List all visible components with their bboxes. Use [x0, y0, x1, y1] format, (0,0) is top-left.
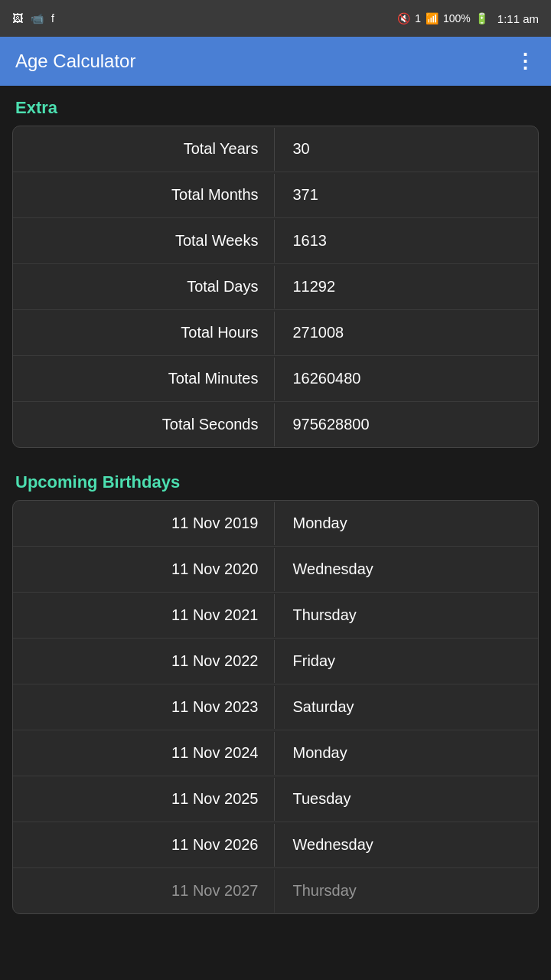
birthday-date-0: 11 Nov 2019 — [13, 501, 274, 546]
total-weeks-label: Total Weeks — [13, 218, 274, 263]
total-hours-label: Total Hours — [13, 310, 274, 355]
list-item: 11 Nov 2027 Thursday — [13, 868, 538, 913]
table-row: Total Days 11292 — [13, 264, 538, 310]
birthday-date-2: 11 Nov 2021 — [13, 593, 274, 638]
total-seconds-value: 975628800 — [275, 402, 539, 447]
table-row: Total Minutes 16260480 — [13, 356, 538, 402]
birthday-date-6: 11 Nov 2025 — [13, 776, 274, 822]
birthday-date-8: 11 Nov 2027 — [13, 868, 274, 913]
list-item: 11 Nov 2025 Tuesday — [13, 776, 538, 822]
list-item: 11 Nov 2022 Friday — [13, 639, 538, 684]
table-row: Total Years 30 — [13, 126, 538, 172]
battery-percent: 100% — [443, 12, 471, 24]
status-bar: 🖼 📹 f 🔇 1 📶 100% 🔋 1:11 am — [0, 0, 551, 37]
birthday-day-1: Wednesday — [275, 547, 539, 592]
table-row: Total Seconds 975628800 — [13, 402, 538, 447]
birthday-day-4: Saturday — [275, 684, 539, 730]
list-item: 11 Nov 2021 Thursday — [13, 593, 538, 639]
signal-icon: 📶 — [425, 12, 439, 24]
birthday-day-5: Monday — [275, 730, 539, 776]
battery-icon: 🔋 — [475, 12, 488, 24]
birthdays-section-label: Upcoming Birthdays — [0, 460, 551, 500]
birthday-day-0: Monday — [275, 501, 539, 546]
total-days-label: Total Days — [13, 264, 274, 309]
total-minutes-label: Total Minutes — [13, 356, 274, 401]
birthday-day-2: Thursday — [275, 593, 539, 638]
sim-icon: 1 — [415, 12, 421, 24]
facebook-icon: f — [51, 12, 54, 24]
video-icon: 📹 — [31, 12, 44, 24]
birthday-day-3: Friday — [275, 639, 539, 684]
status-right-icons: 🔇 1 📶 100% 🔋 1:11 am — [397, 12, 539, 25]
birthday-day-8: Thursday — [275, 868, 539, 913]
total-years-value: 30 — [275, 126, 539, 172]
total-hours-value: 271008 — [275, 310, 539, 355]
birthday-day-6: Tuesday — [275, 776, 539, 822]
birthday-date-4: 11 Nov 2023 — [13, 684, 274, 730]
total-weeks-value: 1613 — [275, 218, 539, 263]
total-seconds-label: Total Seconds — [13, 402, 274, 447]
total-minutes-value: 16260480 — [275, 356, 539, 401]
birthday-date-7: 11 Nov 2026 — [13, 822, 274, 867]
birthday-date-3: 11 Nov 2022 — [13, 639, 274, 684]
app-title: Age Calculator — [15, 51, 135, 72]
more-options-icon[interactable]: ⋮ — [515, 50, 536, 74]
total-days-value: 11292 — [275, 264, 539, 309]
app-bar: Age Calculator ⋮ — [0, 37, 551, 86]
status-left-icons: 🖼 📹 f — [12, 12, 54, 24]
total-months-value: 371 — [275, 172, 539, 217]
table-row: Total Hours 271008 — [13, 310, 538, 356]
table-row: Total Months 371 — [13, 172, 538, 218]
list-item: 11 Nov 2019 Monday — [13, 501, 538, 547]
status-time: 1:11 am — [497, 12, 539, 25]
mute-icon: 🔇 — [397, 12, 410, 24]
list-item: 11 Nov 2020 Wednesday — [13, 547, 538, 593]
birthday-date-5: 11 Nov 2024 — [13, 730, 274, 776]
list-item: 11 Nov 2023 Saturday — [13, 684, 538, 730]
birthdays-data-card: 11 Nov 2019 Monday 11 Nov 2020 Wednesday… — [12, 500, 539, 914]
extra-section-label: Extra — [0, 86, 551, 126]
birthday-date-1: 11 Nov 2020 — [13, 547, 274, 592]
gallery-icon: 🖼 — [12, 12, 23, 24]
total-years-label: Total Years — [13, 126, 274, 172]
list-item: 11 Nov 2024 Monday — [13, 730, 538, 776]
extra-data-card: Total Years 30 Total Months 371 Total We… — [12, 126, 539, 448]
table-row: Total Weeks 1613 — [13, 218, 538, 264]
list-item: 11 Nov 2026 Wednesday — [13, 822, 538, 868]
total-months-label: Total Months — [13, 172, 274, 217]
birthday-day-7: Wednesday — [275, 822, 539, 867]
